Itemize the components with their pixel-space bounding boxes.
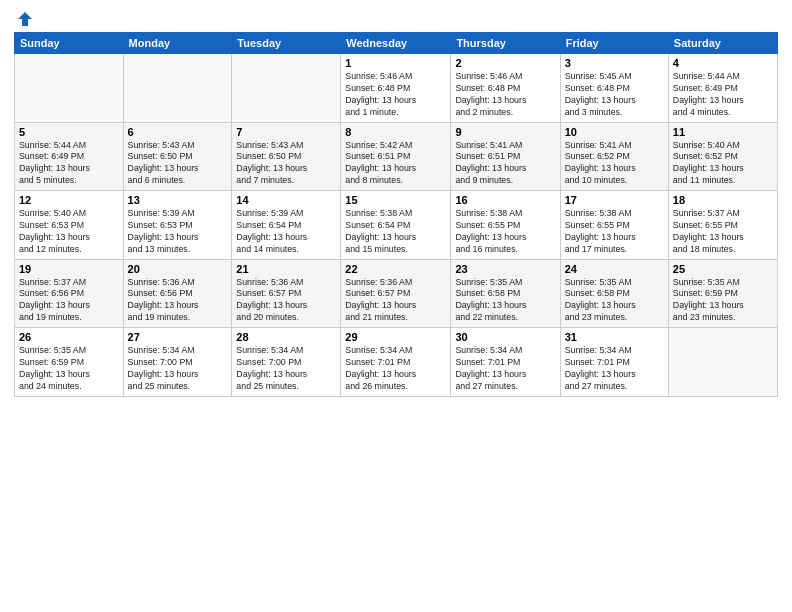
calendar-header-monday: Monday xyxy=(123,33,232,54)
calendar-cell: 4Sunrise: 5:44 AM Sunset: 6:49 PM Daylig… xyxy=(668,54,777,123)
calendar-cell: 5Sunrise: 5:44 AM Sunset: 6:49 PM Daylig… xyxy=(15,122,124,191)
day-number: 2 xyxy=(455,57,555,69)
calendar-cell: 19Sunrise: 5:37 AM Sunset: 6:56 PM Dayli… xyxy=(15,259,124,328)
svg-marker-0 xyxy=(18,12,32,26)
day-number: 12 xyxy=(19,194,119,206)
calendar-week-4: 19Sunrise: 5:37 AM Sunset: 6:56 PM Dayli… xyxy=(15,259,778,328)
calendar-cell: 20Sunrise: 5:36 AM Sunset: 6:56 PM Dayli… xyxy=(123,259,232,328)
calendar-cell: 9Sunrise: 5:41 AM Sunset: 6:51 PM Daylig… xyxy=(451,122,560,191)
calendar-cell: 14Sunrise: 5:39 AM Sunset: 6:54 PM Dayli… xyxy=(232,191,341,260)
day-number: 10 xyxy=(565,126,664,138)
day-number: 30 xyxy=(455,331,555,343)
day-info: Sunrise: 5:40 AM Sunset: 6:52 PM Dayligh… xyxy=(673,140,773,188)
day-number: 15 xyxy=(345,194,446,206)
day-number: 31 xyxy=(565,331,664,343)
calendar-cell: 23Sunrise: 5:35 AM Sunset: 6:58 PM Dayli… xyxy=(451,259,560,328)
calendar-cell: 7Sunrise: 5:43 AM Sunset: 6:50 PM Daylig… xyxy=(232,122,341,191)
calendar-cell: 12Sunrise: 5:40 AM Sunset: 6:53 PM Dayli… xyxy=(15,191,124,260)
day-info: Sunrise: 5:34 AM Sunset: 7:01 PM Dayligh… xyxy=(455,345,555,393)
day-info: Sunrise: 5:46 AM Sunset: 6:48 PM Dayligh… xyxy=(345,71,446,119)
day-info: Sunrise: 5:35 AM Sunset: 6:59 PM Dayligh… xyxy=(19,345,119,393)
day-info: Sunrise: 5:34 AM Sunset: 7:00 PM Dayligh… xyxy=(236,345,336,393)
calendar-cell: 22Sunrise: 5:36 AM Sunset: 6:57 PM Dayli… xyxy=(341,259,451,328)
calendar-header-tuesday: Tuesday xyxy=(232,33,341,54)
day-number: 26 xyxy=(19,331,119,343)
calendar-cell: 10Sunrise: 5:41 AM Sunset: 6:52 PM Dayli… xyxy=(560,122,668,191)
calendar-cell xyxy=(232,54,341,123)
calendar-cell: 15Sunrise: 5:38 AM Sunset: 6:54 PM Dayli… xyxy=(341,191,451,260)
day-info: Sunrise: 5:41 AM Sunset: 6:51 PM Dayligh… xyxy=(455,140,555,188)
day-number: 22 xyxy=(345,263,446,275)
day-number: 21 xyxy=(236,263,336,275)
day-info: Sunrise: 5:36 AM Sunset: 6:57 PM Dayligh… xyxy=(236,277,336,325)
calendar-header-row: SundayMondayTuesdayWednesdayThursdayFrid… xyxy=(15,33,778,54)
day-info: Sunrise: 5:41 AM Sunset: 6:52 PM Dayligh… xyxy=(565,140,664,188)
calendar-cell: 18Sunrise: 5:37 AM Sunset: 6:55 PM Dayli… xyxy=(668,191,777,260)
page: SundayMondayTuesdayWednesdayThursdayFrid… xyxy=(0,0,792,612)
day-info: Sunrise: 5:38 AM Sunset: 6:54 PM Dayligh… xyxy=(345,208,446,256)
day-info: Sunrise: 5:39 AM Sunset: 6:54 PM Dayligh… xyxy=(236,208,336,256)
day-info: Sunrise: 5:38 AM Sunset: 6:55 PM Dayligh… xyxy=(455,208,555,256)
day-number: 17 xyxy=(565,194,664,206)
calendar-cell xyxy=(123,54,232,123)
day-info: Sunrise: 5:43 AM Sunset: 6:50 PM Dayligh… xyxy=(128,140,228,188)
calendar-cell: 16Sunrise: 5:38 AM Sunset: 6:55 PM Dayli… xyxy=(451,191,560,260)
calendar-week-1: 1Sunrise: 5:46 AM Sunset: 6:48 PM Daylig… xyxy=(15,54,778,123)
day-number: 20 xyxy=(128,263,228,275)
calendar-cell xyxy=(668,328,777,397)
calendar-cell xyxy=(15,54,124,123)
day-number: 1 xyxy=(345,57,446,69)
day-number: 19 xyxy=(19,263,119,275)
calendar-header-friday: Friday xyxy=(560,33,668,54)
day-number: 13 xyxy=(128,194,228,206)
day-number: 11 xyxy=(673,126,773,138)
day-number: 3 xyxy=(565,57,664,69)
day-info: Sunrise: 5:38 AM Sunset: 6:55 PM Dayligh… xyxy=(565,208,664,256)
day-number: 29 xyxy=(345,331,446,343)
day-info: Sunrise: 5:35 AM Sunset: 6:58 PM Dayligh… xyxy=(455,277,555,325)
day-number: 5 xyxy=(19,126,119,138)
calendar: SundayMondayTuesdayWednesdayThursdayFrid… xyxy=(14,32,778,397)
day-info: Sunrise: 5:37 AM Sunset: 6:55 PM Dayligh… xyxy=(673,208,773,256)
day-number: 14 xyxy=(236,194,336,206)
day-info: Sunrise: 5:45 AM Sunset: 6:48 PM Dayligh… xyxy=(565,71,664,119)
calendar-week-3: 12Sunrise: 5:40 AM Sunset: 6:53 PM Dayli… xyxy=(15,191,778,260)
calendar-cell: 31Sunrise: 5:34 AM Sunset: 7:01 PM Dayli… xyxy=(560,328,668,397)
day-info: Sunrise: 5:43 AM Sunset: 6:50 PM Dayligh… xyxy=(236,140,336,188)
day-number: 25 xyxy=(673,263,773,275)
calendar-cell: 17Sunrise: 5:38 AM Sunset: 6:55 PM Dayli… xyxy=(560,191,668,260)
day-number: 28 xyxy=(236,331,336,343)
calendar-cell: 27Sunrise: 5:34 AM Sunset: 7:00 PM Dayli… xyxy=(123,328,232,397)
header xyxy=(14,10,778,26)
day-info: Sunrise: 5:34 AM Sunset: 7:01 PM Dayligh… xyxy=(345,345,446,393)
day-info: Sunrise: 5:36 AM Sunset: 6:56 PM Dayligh… xyxy=(128,277,228,325)
logo xyxy=(14,10,34,26)
calendar-cell: 24Sunrise: 5:35 AM Sunset: 6:58 PM Dayli… xyxy=(560,259,668,328)
calendar-cell: 8Sunrise: 5:42 AM Sunset: 6:51 PM Daylig… xyxy=(341,122,451,191)
day-info: Sunrise: 5:35 AM Sunset: 6:58 PM Dayligh… xyxy=(565,277,664,325)
calendar-cell: 30Sunrise: 5:34 AM Sunset: 7:01 PM Dayli… xyxy=(451,328,560,397)
day-number: 23 xyxy=(455,263,555,275)
calendar-header-thursday: Thursday xyxy=(451,33,560,54)
calendar-cell: 1Sunrise: 5:46 AM Sunset: 6:48 PM Daylig… xyxy=(341,54,451,123)
calendar-header-saturday: Saturday xyxy=(668,33,777,54)
day-number: 27 xyxy=(128,331,228,343)
calendar-cell: 21Sunrise: 5:36 AM Sunset: 6:57 PM Dayli… xyxy=(232,259,341,328)
calendar-cell: 11Sunrise: 5:40 AM Sunset: 6:52 PM Dayli… xyxy=(668,122,777,191)
day-number: 24 xyxy=(565,263,664,275)
calendar-cell: 3Sunrise: 5:45 AM Sunset: 6:48 PM Daylig… xyxy=(560,54,668,123)
calendar-header-sunday: Sunday xyxy=(15,33,124,54)
logo-icon xyxy=(16,10,34,28)
day-info: Sunrise: 5:39 AM Sunset: 6:53 PM Dayligh… xyxy=(128,208,228,256)
day-number: 16 xyxy=(455,194,555,206)
day-info: Sunrise: 5:42 AM Sunset: 6:51 PM Dayligh… xyxy=(345,140,446,188)
calendar-week-2: 5Sunrise: 5:44 AM Sunset: 6:49 PM Daylig… xyxy=(15,122,778,191)
calendar-cell: 13Sunrise: 5:39 AM Sunset: 6:53 PM Dayli… xyxy=(123,191,232,260)
day-info: Sunrise: 5:34 AM Sunset: 7:01 PM Dayligh… xyxy=(565,345,664,393)
calendar-cell: 26Sunrise: 5:35 AM Sunset: 6:59 PM Dayli… xyxy=(15,328,124,397)
calendar-cell: 2Sunrise: 5:46 AM Sunset: 6:48 PM Daylig… xyxy=(451,54,560,123)
day-info: Sunrise: 5:44 AM Sunset: 6:49 PM Dayligh… xyxy=(19,140,119,188)
day-number: 18 xyxy=(673,194,773,206)
day-info: Sunrise: 5:46 AM Sunset: 6:48 PM Dayligh… xyxy=(455,71,555,119)
calendar-cell: 28Sunrise: 5:34 AM Sunset: 7:00 PM Dayli… xyxy=(232,328,341,397)
